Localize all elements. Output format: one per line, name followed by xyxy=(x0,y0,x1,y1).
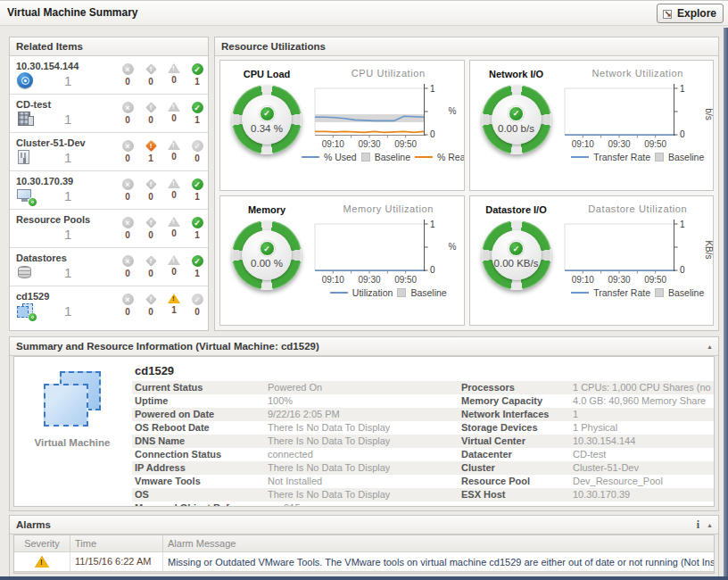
summary-row-value: There Is No Data To Display xyxy=(268,435,390,448)
related-item-name[interactable]: 10.30.154.144 xyxy=(16,59,116,71)
legend-line-swatch xyxy=(571,156,589,158)
datacenter-icon xyxy=(16,111,36,128)
related-item-name[interactable]: Resource Pools xyxy=(16,212,116,225)
status-warning[interactable]: !0 xyxy=(162,217,186,247)
status-warning[interactable]: !0 xyxy=(162,140,186,170)
network-io-title: Network I/O xyxy=(489,69,543,79)
warning-icon: ! xyxy=(168,63,180,73)
related-item-name[interactable]: cd1529 xyxy=(16,289,116,302)
summary-row-value: 1 CPUs: 1,000 CPU Shares (no xyxy=(573,381,711,394)
related-item-row[interactable]: CD-test1×0!0!0✓1 xyxy=(10,95,208,133)
resource-utilizations-grid: CPU Load ✓ 0.34 % CPU Utilization 09:100… xyxy=(219,60,714,326)
critical-icon: ! xyxy=(145,294,157,305)
related-item-row[interactable]: 10.30.154.1441×0!0!0✓1 xyxy=(10,56,208,95)
related-item-count: 1 xyxy=(64,227,71,242)
status-fatal[interactable]: ×0 xyxy=(116,294,139,325)
related-item-row[interactable]: Datastores1×0!0!0✓1 xyxy=(10,248,208,286)
normal-icon: ✓ xyxy=(192,255,203,267)
fatal-icon: × xyxy=(122,255,134,267)
summary-row: Storage Devices1 Physical xyxy=(459,421,714,435)
time-column-header[interactable]: Time xyxy=(70,535,163,551)
status-critical[interactable]: !0 xyxy=(139,255,162,286)
legend-label: Utilization xyxy=(352,287,393,298)
status-normal[interactable]: ✓1 xyxy=(186,63,209,94)
explore-button[interactable]: Explore xyxy=(657,4,724,23)
related-item-row[interactable]: cd15291×0!0!1✓0 xyxy=(10,286,208,325)
svg-text:KB/s: KB/s xyxy=(704,240,713,259)
status-warning[interactable]: !0 xyxy=(162,178,186,209)
status-normal[interactable]: ✓0 xyxy=(186,294,209,325)
svg-text:09:50: 09:50 xyxy=(644,139,666,149)
status-critical[interactable]: !0 xyxy=(139,63,162,94)
memory-utilization-chart[interactable]: 09:1009:3009:5010% xyxy=(313,217,463,286)
related-items-header: Related Items xyxy=(10,37,208,56)
summary-row-value: 9/22/16 2:05 PM xyxy=(268,408,340,421)
status-critical[interactable]: !0 xyxy=(139,294,162,325)
summary-row-value: There Is No Data To Display xyxy=(268,421,390,435)
svg-text:09:10: 09:10 xyxy=(322,275,344,285)
alarms-table-header: Severity Time Alarm Message xyxy=(14,535,714,552)
status-fatal[interactable]: ×0 xyxy=(116,102,139,132)
status-fatal[interactable]: ×0 xyxy=(116,217,139,247)
summary-row: Current StatusPowered On xyxy=(132,381,459,394)
status-warning[interactable]: !0 xyxy=(162,102,186,132)
critical-icon: ! xyxy=(145,217,157,228)
status-normal[interactable]: ✓1 xyxy=(186,217,209,247)
related-item-name[interactable]: Datastores xyxy=(16,251,116,263)
svg-text:09:10: 09:10 xyxy=(322,139,344,149)
alarm-severity-cell: ! xyxy=(14,552,70,571)
warning-icon: ! xyxy=(168,140,180,150)
summary-row: DNS NameThere Is No Data To Display xyxy=(132,435,459,448)
status-critical[interactable]: !0 xyxy=(139,102,162,132)
collapse-icon[interactable]: ▲ xyxy=(707,344,713,350)
collapse-icon[interactable]: ▲ xyxy=(707,522,713,528)
related-item-name[interactable]: 10.30.170.39 xyxy=(16,174,116,186)
status-normal[interactable]: ✓0 xyxy=(186,140,209,170)
related-item-row[interactable]: Resource Pools1×0!0!0✓1 xyxy=(10,210,208,248)
memory-title: Memory xyxy=(248,204,285,215)
resource-utilizations-title: Resource Utilizations xyxy=(221,41,326,52)
network-io-gauge[interactable]: ✓ 0.00 b/s xyxy=(482,85,551,154)
severity-column-header[interactable]: Severity xyxy=(14,535,70,551)
status-critical[interactable]: !1 xyxy=(139,140,162,170)
related-item-name[interactable]: Cluster-51-Dev xyxy=(16,136,116,148)
alarm-row[interactable]: ! 11/15/16 6:22 AM Missing or Outdated V… xyxy=(14,552,714,572)
datastore-io-gauge[interactable]: ✓ 0.00 KB/s xyxy=(482,220,551,290)
status-critical[interactable]: !0 xyxy=(139,217,162,247)
status-warning[interactable]: !0 xyxy=(162,63,186,94)
related-item-name[interactable]: CD-test xyxy=(16,97,116,110)
info-icon[interactable]: i xyxy=(697,519,699,530)
cpu-chart-legend: % UsedBaseline% Ready xyxy=(302,152,465,162)
datastore-utilization-chart[interactable]: 09:1009:3009:5010KB/s xyxy=(563,217,713,286)
network-utilization-chart[interactable]: 09:1009:3009:5010b/s xyxy=(563,81,713,151)
svg-text:1: 1 xyxy=(680,220,685,229)
status-critical[interactable]: !0 xyxy=(139,178,162,209)
summary-row-label: DNS Name xyxy=(132,435,268,448)
related-item-row[interactable]: 10.30.170.391×0!0!0✓1 xyxy=(10,171,208,210)
status-fatal[interactable]: ×0 xyxy=(116,255,139,286)
status-warning[interactable]: !0 xyxy=(162,255,186,286)
critical-icon: ! xyxy=(145,140,157,152)
related-item-row[interactable]: Cluster-51-Dev1×0!1!0✓0 xyxy=(10,133,208,171)
status-fatal[interactable]: ×0 xyxy=(116,140,139,170)
alarm-message-column-header[interactable]: Alarm Message xyxy=(163,538,714,549)
memory-gauge[interactable]: ✓ 0.00 % xyxy=(232,220,302,290)
status-normal[interactable]: ✓1 xyxy=(186,255,209,286)
fatal-icon: × xyxy=(122,140,134,152)
svg-text:09:50: 09:50 xyxy=(394,139,417,149)
summary-row-value: Not Installed xyxy=(268,475,322,488)
cpu-load-gauge[interactable]: ✓ 0.34 % xyxy=(232,85,302,154)
horizontal-scrollbar[interactable]: ◄ ► xyxy=(14,572,714,574)
alarm-message[interactable]: Missing or Outdated VMware Tools. The VM… xyxy=(163,557,714,568)
status-fatal[interactable]: ×0 xyxy=(116,63,139,94)
status-normal[interactable]: ✓1 xyxy=(186,102,209,132)
status-count: 0 xyxy=(171,228,177,238)
summary-row-label: Current Status xyxy=(132,381,268,394)
cpu-utilization-chart[interactable]: 09:1009:3009:5010% xyxy=(313,81,463,151)
status-normal[interactable]: ✓1 xyxy=(186,178,209,209)
alarms-title: Alarms xyxy=(16,519,51,530)
status-warning[interactable]: !1 xyxy=(162,294,186,325)
warning-icon: ! xyxy=(35,556,49,568)
summary-row-value: CD-test xyxy=(573,448,606,461)
status-fatal[interactable]: ×0 xyxy=(116,178,139,209)
